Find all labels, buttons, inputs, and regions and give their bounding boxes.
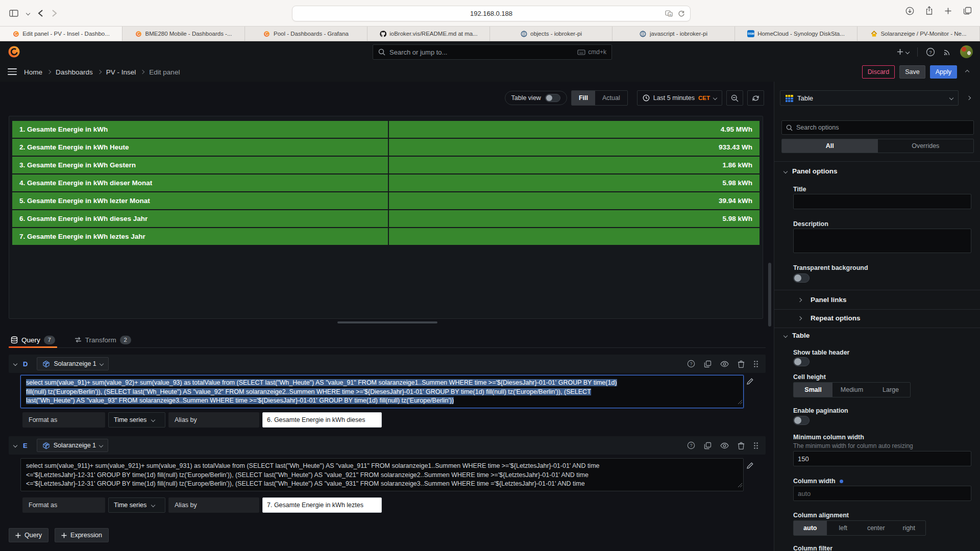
add-query-button[interactable]: Query bbox=[9, 528, 48, 542]
sidebar-icon[interactable] bbox=[9, 10, 18, 17]
browser-tab-synology[interactable]: DSM HomeCloud - Synology DiskSta... bbox=[735, 27, 857, 41]
edit-query-icon[interactable] bbox=[746, 378, 754, 385]
sql-editor-e[interactable]: select sum(value_911)+ sum(value_921)+ s… bbox=[20, 458, 744, 491]
column-width-input[interactable] bbox=[793, 486, 971, 501]
format-as-select[interactable]: Time series bbox=[108, 412, 165, 428]
chevron-down-icon[interactable] bbox=[27, 12, 30, 15]
resize-grip-icon[interactable] bbox=[738, 481, 742, 490]
enable-pagination-toggle[interactable] bbox=[793, 416, 810, 425]
query-help-icon[interactable]: ? bbox=[687, 441, 695, 449]
pane-resize-handle[interactable] bbox=[337, 321, 437, 323]
section-panel-options[interactable]: Panel options bbox=[784, 167, 838, 175]
datasource-picker[interactable]: Solaranzeige 1 bbox=[37, 439, 108, 452]
query-row-header-d[interactable]: D Solaranzeige 1 ? bbox=[9, 355, 766, 373]
tab-query[interactable]: Query 7 bbox=[9, 332, 57, 347]
tab-overview-icon[interactable] bbox=[963, 7, 972, 15]
alignment-auto[interactable]: auto bbox=[794, 521, 827, 535]
table-view-switch[interactable] bbox=[545, 94, 560, 102]
duplicate-query-icon[interactable] bbox=[704, 360, 712, 368]
translate-icon[interactable]: a bbox=[665, 10, 673, 17]
browser-tab-solaranzeige[interactable]: Solaranzeige / PV-Monitor - Ne... bbox=[857, 27, 980, 41]
tab-overrides[interactable]: Overrides bbox=[878, 139, 974, 153]
format-as-select[interactable]: Time series bbox=[108, 497, 165, 513]
sql-editor-d[interactable]: select sum(value_91)+ sum(value_92)+ sum… bbox=[20, 375, 744, 408]
section-table[interactable]: Table bbox=[784, 332, 810, 339]
duplicate-query-icon[interactable] bbox=[704, 442, 712, 449]
collapse-query-icon[interactable] bbox=[14, 444, 17, 447]
refresh-button[interactable] bbox=[747, 90, 764, 106]
alignment-left[interactable]: left bbox=[827, 521, 860, 535]
url-bar[interactable]: 192.168.0.188 a bbox=[292, 6, 691, 21]
breadcrumb-home[interactable]: Home bbox=[24, 68, 42, 76]
save-button[interactable]: Save bbox=[899, 65, 925, 79]
edit-query-icon[interactable] bbox=[746, 462, 754, 469]
grafana-logo[interactable] bbox=[8, 45, 20, 58]
hide-query-icon[interactable] bbox=[720, 442, 729, 449]
share-icon[interactable] bbox=[925, 6, 933, 15]
forward-icon[interactable] bbox=[52, 9, 57, 17]
drag-query-icon[interactable] bbox=[753, 442, 758, 449]
new-tab-icon[interactable] bbox=[944, 7, 952, 15]
query-help-icon[interactable]: ? bbox=[687, 360, 695, 368]
panel-title-input[interactable] bbox=[793, 194, 971, 209]
table-viz-icon bbox=[786, 95, 793, 102]
tab-all[interactable]: All bbox=[782, 139, 878, 153]
collapse-sidebar-icon[interactable] bbox=[963, 90, 975, 106]
browser-tab-github[interactable]: ioBroker.vis/README.md at ma... bbox=[368, 27, 490, 41]
visualization-picker[interactable]: Table bbox=[780, 90, 959, 106]
news-icon[interactable] bbox=[943, 47, 952, 56]
panel-description-input[interactable] bbox=[793, 229, 971, 253]
browser-tab-iobroker-javascript[interactable]: javascript - iobroker-pi bbox=[612, 27, 735, 41]
delete-query-icon[interactable] bbox=[738, 442, 745, 449]
alias-input[interactable] bbox=[262, 412, 382, 428]
browser-tab-iobroker-objects[interactable]: objects - iobroker-pi bbox=[490, 27, 612, 41]
collapse-header-icon[interactable] bbox=[962, 70, 973, 73]
show-table-header-toggle[interactable] bbox=[793, 357, 810, 366]
section-panel-links[interactable]: Panel links bbox=[798, 296, 847, 304]
discard-button[interactable]: Discard bbox=[862, 65, 895, 79]
breadcrumb-dashboards[interactable]: Dashboards bbox=[56, 68, 93, 76]
table-view-toggle[interactable]: Table view bbox=[505, 91, 567, 105]
chevron-right-icon bbox=[140, 70, 144, 74]
actual-option[interactable]: Actual bbox=[595, 91, 627, 105]
apply-button[interactable]: Apply bbox=[930, 65, 957, 79]
downloads-icon[interactable] bbox=[905, 7, 914, 15]
transparent-background-toggle[interactable] bbox=[793, 273, 810, 283]
browser-tab-grafana-edit-panel[interactable]: Edit panel - PV - Insel - Dashbo... bbox=[0, 27, 122, 41]
delete-query-icon[interactable] bbox=[738, 360, 745, 368]
add-new-button[interactable] bbox=[897, 48, 909, 55]
min-column-width-input[interactable] bbox=[793, 451, 971, 466]
reload-icon[interactable] bbox=[678, 10, 685, 17]
chevron-right-icon bbox=[97, 70, 102, 74]
options-search-input[interactable]: Search options bbox=[781, 120, 974, 135]
hide-query-icon[interactable] bbox=[720, 361, 729, 367]
format-as-value: Time series bbox=[114, 502, 146, 509]
user-avatar[interactable] bbox=[960, 45, 973, 58]
drag-query-icon[interactable] bbox=[753, 360, 758, 368]
resize-grip-icon[interactable] bbox=[738, 398, 742, 407]
time-range-picker[interactable]: Last 5 minutes CET bbox=[637, 90, 722, 106]
section-repeat-options[interactable]: Repeat options bbox=[798, 314, 861, 322]
browser-tab-bme280[interactable]: BME280 Mobile - Dashboards -... bbox=[122, 27, 245, 41]
alignment-right[interactable]: right bbox=[893, 521, 926, 535]
global-search-input[interactable]: Search or jump to... cmd+k bbox=[373, 44, 612, 60]
query-row-header-e[interactable]: E Solaranzeige 1 ? bbox=[9, 436, 766, 455]
cell-height-medium[interactable]: Medium bbox=[832, 383, 871, 397]
alias-input[interactable] bbox=[262, 497, 382, 513]
cell-height-large[interactable]: Large bbox=[871, 383, 910, 397]
fill-option[interactable]: Fill bbox=[572, 91, 595, 105]
table-panel-preview[interactable]: 1. Gesamte Energie in kWh4.95 MWh 2. Ges… bbox=[9, 116, 763, 319]
alignment-center[interactable]: center bbox=[860, 521, 893, 535]
add-expression-button[interactable]: Expression bbox=[55, 528, 109, 542]
scrollbar-thumb[interactable] bbox=[768, 263, 771, 327]
tab-transform[interactable]: Transform 2 bbox=[72, 332, 133, 347]
zoom-out-button[interactable] bbox=[726, 90, 743, 106]
menu-icon[interactable] bbox=[8, 68, 17, 75]
breadcrumb-dashboard-name[interactable]: PV - Insel bbox=[106, 68, 136, 76]
browser-tab-pool[interactable]: Pool - Dashboards - Grafana bbox=[245, 27, 368, 41]
collapse-query-icon[interactable] bbox=[14, 362, 17, 365]
cell-height-small[interactable]: Small bbox=[794, 383, 832, 397]
help-icon[interactable]: ? bbox=[926, 47, 935, 57]
datasource-picker[interactable]: Solaranzeige 1 bbox=[37, 357, 108, 370]
back-icon[interactable] bbox=[38, 9, 43, 17]
